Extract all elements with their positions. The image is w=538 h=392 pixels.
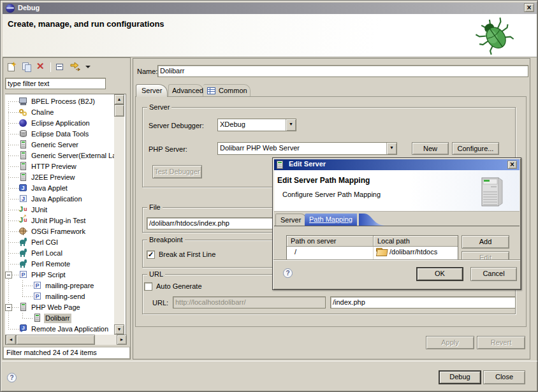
tree-item[interactable]: JJava Applet bbox=[5, 183, 114, 194]
dialog-tab-server[interactable]: Server bbox=[275, 214, 306, 226]
column-path-on-server[interactable]: Path on server bbox=[287, 236, 374, 247]
tree-item[interactable]: PHP Web Page bbox=[5, 302, 114, 313]
duplicate-button[interactable] bbox=[22, 62, 33, 72]
dialog-close-button[interactable]: × bbox=[507, 161, 517, 169]
apply-button[interactable]: Apply bbox=[426, 336, 474, 349]
tab-advanced[interactable]: Advanced bbox=[168, 84, 203, 97]
tree-item[interactable]: Pmailing-send bbox=[5, 291, 114, 302]
close-window-button[interactable]: × bbox=[524, 3, 534, 12]
debug-button[interactable]: Debug bbox=[439, 370, 481, 384]
horizontal-scroll-thumb[interactable] bbox=[16, 335, 95, 345]
tree-item-label[interactable]: mailing-send bbox=[44, 292, 86, 301]
php-server-combo[interactable]: Dolibarr PHP Web Server ▼ bbox=[217, 142, 397, 155]
combo-arrow-icon[interactable]: ▼ bbox=[286, 119, 296, 131]
help-button[interactable]: ? bbox=[7, 373, 17, 382]
table-header-row: Path on server Local path bbox=[287, 236, 458, 247]
filter-button[interactable] bbox=[69, 62, 80, 72]
tree-vertical-scrollbar[interactable]: ▲ ▼ bbox=[114, 94, 124, 335]
server-icon bbox=[18, 140, 29, 150]
new-server-button[interactable]: New bbox=[412, 142, 449, 155]
collapse-toggle[interactable] bbox=[5, 272, 12, 279]
filter-input[interactable] bbox=[5, 78, 106, 89]
tree-item[interactable]: J↳Remote Java Application bbox=[5, 324, 114, 335]
url-path-field[interactable]: /index.php bbox=[330, 296, 516, 309]
tree-item-label[interactable]: Generic Server(External La bbox=[30, 151, 114, 161]
tree-item[interactable]: JJava Application bbox=[5, 194, 114, 205]
name-field[interactable]: Dolibarr bbox=[157, 65, 528, 77]
scroll-right-button[interactable]: ► bbox=[117, 335, 127, 345]
tree-item[interactable]: J2EE Preview bbox=[5, 172, 114, 183]
tree-item-label[interactable]: Java Applet bbox=[30, 184, 69, 193]
tree-item[interactable]: Pmailing-prepare bbox=[5, 280, 114, 291]
cancel-button[interactable]: Cancel bbox=[470, 267, 517, 281]
combo-arrow-icon[interactable]: ▼ bbox=[386, 143, 396, 154]
scroll-down-button[interactable]: ▼ bbox=[114, 324, 124, 335]
tree-item[interactable]: Dolibarr bbox=[5, 313, 114, 324]
delete-button[interactable]: ✕ bbox=[36, 61, 47, 71]
add-button[interactable]: Add bbox=[462, 235, 509, 249]
tree-item-label[interactable]: Chaîne bbox=[30, 108, 55, 117]
tree-item[interactable]: Perl Local bbox=[5, 248, 114, 259]
tree-item[interactable]: OSGi Framework bbox=[5, 226, 114, 237]
tree-item[interactable]: JuJUnit bbox=[5, 205, 114, 215]
bug-icon bbox=[476, 17, 514, 55]
php-icon: P bbox=[33, 291, 43, 301]
tree-item-label[interactable]: PHP Web Page bbox=[30, 303, 82, 312]
collapse-toggle[interactable] bbox=[5, 304, 12, 311]
tree-item-label[interactable]: mailing-prepare bbox=[44, 281, 95, 291]
tree-item-label[interactable]: Generic Server bbox=[30, 140, 80, 150]
scroll-left-button[interactable]: ◄ bbox=[6, 335, 16, 345]
tree-item[interactable]: BPEL Process (B2J) bbox=[5, 96, 114, 107]
edit-button[interactable]: Edit bbox=[462, 251, 509, 259]
close-button[interactable]: Close bbox=[483, 370, 525, 384]
tree-item-label[interactable]: Perl Remote bbox=[30, 259, 71, 269]
tree-item[interactable]: Generic Server bbox=[5, 140, 114, 150]
collapse-all-button[interactable] bbox=[55, 62, 66, 72]
tree-item[interactable]: Generic Server(External La bbox=[5, 150, 114, 161]
tab-common[interactable]: Common bbox=[203, 84, 251, 97]
auto-generate-checkbox[interactable] bbox=[144, 282, 152, 291]
tree-item[interactable]: Eclipse Data Tools bbox=[5, 129, 114, 140]
server-debugger-combo[interactable]: XDebug ▼ bbox=[217, 119, 296, 131]
tree-item[interactable]: Chaîne bbox=[5, 107, 114, 118]
tree-item[interactable]: Perl Remote bbox=[5, 259, 114, 270]
tree-item-label[interactable]: Perl CGI bbox=[30, 238, 59, 247]
eclipse-icon bbox=[6, 4, 15, 13]
revert-button[interactable]: Revert bbox=[477, 336, 525, 349]
dialog-tab-path-mapping[interactable]: Path Mapping bbox=[305, 214, 357, 226]
tree-item-label[interactable]: JUnit Plug-in Test bbox=[30, 216, 87, 226]
tree-item-label[interactable]: OSGi Framework bbox=[30, 227, 87, 236]
dialog-title: Edit Server bbox=[289, 160, 326, 168]
tree-item-label[interactable]: JUnit bbox=[30, 205, 48, 215]
toolbar-menu-arrow[interactable] bbox=[85, 66, 91, 68]
tree-item[interactable]: Perl CGI bbox=[5, 237, 114, 248]
dialog-separator bbox=[273, 259, 520, 261]
dialog-help-button[interactable]: ? bbox=[283, 268, 293, 278]
configure-button[interactable]: Configure... bbox=[452, 142, 499, 155]
tree-item-label[interactable]: Eclipse Data Tools bbox=[30, 129, 90, 139]
tree-item-label[interactable]: J2EE Preview bbox=[30, 173, 76, 182]
tree-item[interactable]: Eclipse Application bbox=[5, 118, 114, 129]
path-mapping-table[interactable]: Path on server Local path //dolibarr/htd… bbox=[286, 235, 458, 259]
break-first-line-checkbox[interactable]: ✓ bbox=[147, 250, 155, 259]
test-debugger-button[interactable]: Test Debugger bbox=[152, 165, 202, 178]
tree-item-label[interactable]: Eclipse Application bbox=[30, 119, 91, 128]
tree-item-label[interactable]: Remote Java Application bbox=[30, 324, 110, 334]
column-local-path[interactable]: Local path bbox=[374, 236, 458, 247]
scroll-up-button[interactable]: ▲ bbox=[114, 94, 124, 105]
tree-item-label[interactable]: PHP Script bbox=[30, 270, 67, 280]
ok-button[interactable]: OK bbox=[416, 267, 463, 281]
tree-item[interactable]: HTTP Preview bbox=[5, 161, 114, 172]
new-configuration-button[interactable]: + bbox=[7, 62, 18, 72]
path-mapping-row[interactable]: //dolibarr/htdocs bbox=[287, 247, 458, 258]
tree-item-label[interactable]: HTTP Preview bbox=[30, 162, 78, 171]
tree-item-label[interactable]: BPEL Process (B2J) bbox=[30, 97, 96, 106]
tab-server[interactable]: Server bbox=[136, 84, 168, 97]
tree-horizontal-scrollbar[interactable]: ◄ ► bbox=[6, 335, 127, 345]
tree-item-label[interactable]: Dolibarr bbox=[44, 314, 71, 323]
tree-item-label[interactable]: Java Application bbox=[30, 194, 84, 204]
tree-item[interactable]: Ju↗JUnit Plug-in Test bbox=[5, 215, 114, 226]
tree-item[interactable]: PPHP Script bbox=[5, 270, 114, 280]
tree-item-label[interactable]: Perl Local bbox=[30, 249, 64, 258]
vertical-scroll-thumb[interactable] bbox=[114, 105, 124, 117]
